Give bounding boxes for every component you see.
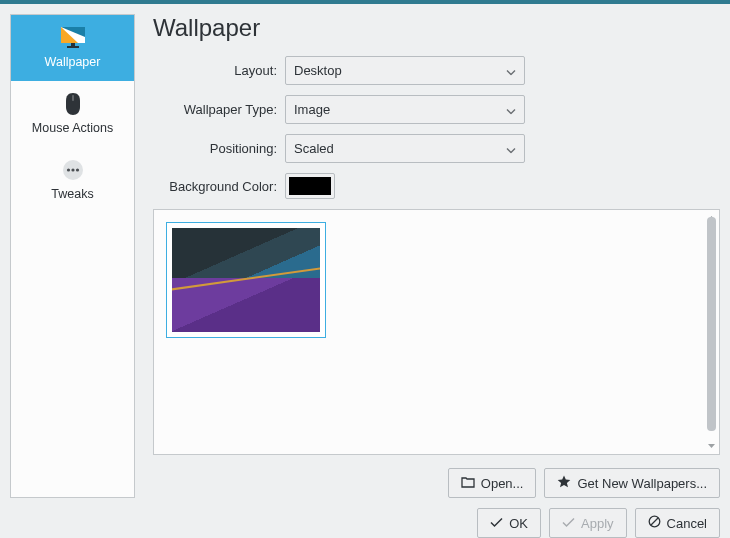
sidebar-item-label: Wallpaper — [45, 55, 101, 69]
layout-label: Layout: — [153, 63, 285, 78]
sidebar-item-label: Tweaks — [51, 187, 93, 201]
folder-icon — [461, 476, 475, 491]
ok-label: OK — [509, 516, 528, 531]
background-color-button[interactable] — [285, 173, 335, 199]
cancel-icon — [648, 515, 661, 531]
apply-button: Apply — [549, 508, 627, 538]
layout-value: Desktop — [294, 63, 342, 78]
scrollbar-track[interactable] — [707, 216, 716, 448]
chevron-down-icon — [506, 102, 516, 117]
positioning-combobox[interactable]: Scaled — [285, 134, 525, 163]
check-icon — [562, 516, 575, 531]
scroll-down-icon[interactable] — [707, 441, 716, 450]
category-sidebar: Wallpaper Mouse Actions — [10, 14, 135, 498]
cancel-label: Cancel — [667, 516, 707, 531]
svg-rect-3 — [71, 43, 75, 46]
main-panel: Wallpaper Layout: Desktop Wallpaper Type… — [153, 14, 720, 498]
settings-form: Layout: Desktop Wallpaper Type: Image Po… — [153, 56, 720, 199]
chevron-down-icon — [506, 141, 516, 156]
svg-point-8 — [71, 168, 74, 171]
positioning-label: Positioning: — [153, 141, 285, 156]
svg-rect-5 — [72, 95, 74, 101]
svg-point-9 — [75, 168, 78, 171]
chevron-down-icon — [506, 63, 516, 78]
wallpaper-thumbnail[interactable] — [166, 222, 326, 338]
wallpaper-type-label: Wallpaper Type: — [153, 102, 285, 117]
get-new-wallpapers-button[interactable]: Get New Wallpapers... — [544, 468, 720, 498]
ok-button[interactable]: OK — [477, 508, 541, 538]
wallpaper-grid-container — [153, 209, 720, 460]
svg-rect-4 — [67, 46, 79, 48]
wallpaper-type-combobox[interactable]: Image — [285, 95, 525, 124]
page-title: Wallpaper — [153, 14, 720, 42]
sidebar-item-wallpaper[interactable]: Wallpaper — [11, 15, 134, 81]
check-icon — [490, 516, 503, 531]
monitor-icon — [60, 27, 86, 49]
svg-point-7 — [66, 168, 69, 171]
layout-combobox[interactable]: Desktop — [285, 56, 525, 85]
dialog-footer: OK Apply Cancel — [0, 508, 730, 538]
get-new-label: Get New Wallpapers... — [577, 476, 707, 491]
apply-label: Apply — [581, 516, 614, 531]
tweaks-icon — [60, 159, 86, 181]
star-icon — [557, 475, 571, 491]
scrollbar-thumb[interactable] — [707, 217, 716, 431]
wallpaper-grid — [153, 209, 720, 455]
sidebar-item-label: Mouse Actions — [32, 121, 113, 135]
sidebar-item-tweaks[interactable]: Tweaks — [11, 147, 134, 213]
sidebar-item-mouse-actions[interactable]: Mouse Actions — [11, 81, 134, 147]
wallpaper-preview-image — [172, 228, 320, 332]
color-swatch-preview — [289, 177, 331, 195]
window-body: Wallpaper Mouse Actions — [0, 4, 730, 508]
background-color-label: Background Color: — [153, 179, 285, 194]
wallpaper-type-value: Image — [294, 102, 330, 117]
settings-window: Wallpaper Mouse Actions — [0, 0, 730, 538]
positioning-value: Scaled — [294, 141, 334, 156]
open-button[interactable]: Open... — [448, 468, 537, 498]
wallpaper-actions-row: Open... Get New Wallpapers... — [153, 468, 720, 498]
cancel-button[interactable]: Cancel — [635, 508, 720, 538]
svg-line-11 — [651, 518, 658, 525]
open-label: Open... — [481, 476, 524, 491]
mouse-icon — [60, 93, 86, 115]
